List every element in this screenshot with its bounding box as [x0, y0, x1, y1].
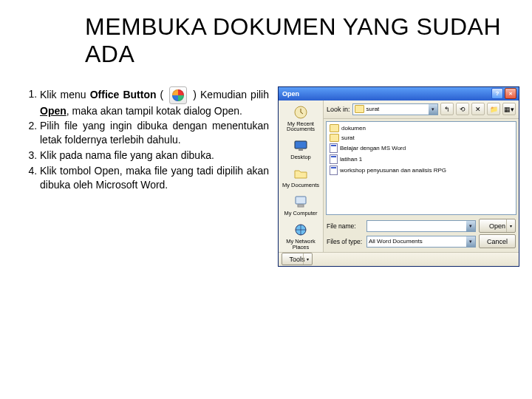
dialog-title: Open [281, 90, 490, 98]
chevron-down-icon: ▾ [303, 253, 311, 265]
place-mynet[interactable]: My Network Places [280, 221, 321, 250]
mycomp-icon [292, 193, 310, 211]
place-mydocs[interactable]: My Documents [280, 165, 321, 188]
svg-rect-3 [296, 197, 306, 204]
filename-input[interactable]: ▾ [366, 220, 476, 232]
back-button[interactable]: ⟲ [456, 103, 469, 115]
office-orb-icon [172, 89, 184, 101]
word-doc-icon [330, 154, 338, 164]
places-bar: My Recent Documents Desktop My Documents [279, 100, 324, 252]
svg-rect-2 [299, 149, 303, 151]
lookin-dropdown[interactable]: surat ▾ [352, 103, 438, 115]
step-1-text-a: Klik menu [40, 88, 90, 100]
folder-icon [330, 134, 339, 142]
delete-button[interactable]: ✕ [471, 103, 485, 115]
chevron-down-icon: ▾ [429, 104, 437, 115]
list-item[interactable]: surat [330, 134, 513, 142]
new-folder-button[interactable]: 📁 [487, 103, 500, 115]
views-button[interactable]: ▦▾ [502, 103, 516, 115]
step-1-text-d: ) Kemudian pilih [189, 88, 269, 100]
dialog-titlebar: Open ? × [279, 87, 519, 100]
file-list[interactable]: dokumen surat Belajar dengan MS Word lat… [326, 121, 516, 215]
file-name: workshop penyusunan dan analisis RPG [340, 167, 446, 174]
step-3: Klik pada nama file yang akan dibuka. [40, 149, 269, 163]
lookin-value: surat [366, 106, 380, 112]
instruction-steps: Klik menu Office Button ( ) Kemudian pil… [27, 86, 269, 194]
folder-icon [355, 105, 364, 113]
place-recent[interactable]: My Recent Documents [280, 103, 321, 133]
mydocs-icon [292, 165, 310, 183]
svg-rect-1 [295, 141, 307, 149]
step-2: Pilih file yang ingin dibuka dengan mene… [40, 119, 269, 147]
close-button[interactable]: × [505, 88, 516, 99]
step-1: Klik menu Office Button ( ) Kemudian pil… [40, 86, 269, 118]
list-item[interactable]: latihan 1 [330, 154, 513, 164]
folder-icon [330, 124, 339, 132]
place-mycomp-label: My Computer [284, 211, 317, 216]
place-mycomp[interactable]: My Computer [280, 193, 321, 216]
file-name: dokumen [341, 125, 366, 132]
file-name: Belajar dengan MS Word [340, 145, 406, 151]
place-mydocs-label: My Documents [282, 183, 319, 188]
cancel-button-label: Cancel [487, 238, 508, 245]
place-recent-label: My Recent Documents [280, 121, 321, 133]
list-item[interactable]: dokumen [330, 124, 513, 132]
file-name: latihan 1 [340, 156, 362, 163]
office-button-icon [169, 86, 187, 104]
up-folder-button[interactable]: ↰ [440, 103, 454, 115]
file-name: surat [341, 134, 355, 141]
tools-button[interactable]: Tools ▾ [282, 253, 313, 265]
open-button[interactable]: Open ▾ [479, 219, 516, 233]
desktop-icon [292, 137, 310, 154]
filetype-value: All Word Documents [369, 238, 423, 245]
cancel-button[interactable]: Cancel [479, 234, 516, 248]
list-item[interactable]: Belajar dengan MS Word [330, 143, 513, 153]
filetype-label: Files of type: [327, 238, 364, 245]
word-doc-icon [330, 166, 338, 175]
help-button[interactable]: ? [491, 88, 503, 99]
page-title: MEMBUKA DOKUMEN YANG SUDAH ADA [85, 13, 532, 68]
step-1-text-f: , maka akan tampil kotak dialog Open. [66, 105, 242, 117]
open-dialog: Open ? × My Recent Documents Desktop [278, 86, 519, 267]
filetype-dropdown[interactable]: All Word Documents ▾ [366, 236, 476, 248]
place-desktop[interactable]: Desktop [280, 137, 321, 160]
chevron-down-icon: ▾ [466, 221, 475, 231]
step-1-office-button: Office Button [90, 88, 157, 100]
chevron-down-icon: ▾ [466, 236, 475, 247]
dialog-toolbar: Look in: surat ▾ ↰ ⟲ ✕ 📁 ▦▾ [324, 100, 519, 119]
filename-label: File name: [327, 222, 364, 230]
open-button-label: Open [489, 222, 505, 230]
word-doc-icon [330, 143, 338, 153]
mynet-icon [292, 221, 310, 239]
chevron-down-icon: ▾ [506, 219, 514, 232]
step-4: Klik tombol Open, maka file yang tadi di… [40, 164, 269, 192]
place-desktop-label: Desktop [290, 154, 311, 160]
recent-icon [292, 103, 310, 121]
step-1-open: Open [40, 105, 66, 117]
svg-rect-4 [298, 205, 304, 207]
list-item[interactable]: workshop penyusunan dan analisis RPG [330, 166, 513, 175]
lookin-label: Look in: [327, 106, 350, 113]
place-mynet-label: My Network Places [280, 239, 321, 250]
step-1-text-c: ( [156, 88, 167, 100]
